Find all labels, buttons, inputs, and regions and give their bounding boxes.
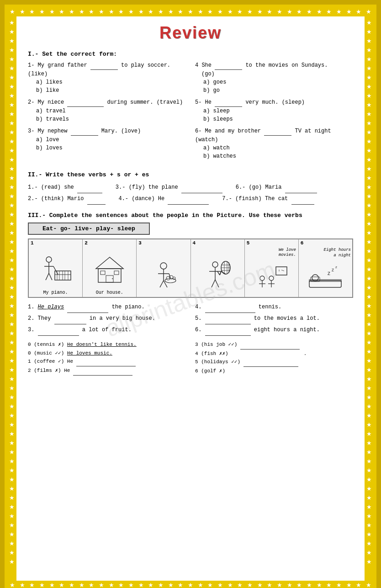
q5-num: 5-	[195, 99, 201, 106]
bottom-exercises: 0 (tennis ✗) He doesn't like tennis. 0 (…	[28, 340, 353, 376]
star: ★	[168, 582, 174, 588]
svg-line-22	[160, 281, 164, 287]
s3-num-5: 5.	[195, 315, 205, 322]
star: ★	[9, 192, 15, 201]
s2-r1-blank1	[77, 182, 102, 193]
svg-rect-16	[101, 271, 105, 275]
star: ★	[128, 582, 134, 588]
page-wrapper: ★★★★★★★★★★★★★★★★★★★★★★★★★★★★★★★★★★★★★ ★★…	[5, 5, 376, 588]
star: ★	[366, 247, 372, 256]
star: ★	[366, 448, 372, 457]
star: ★	[366, 466, 372, 475]
star: ★	[217, 582, 223, 588]
star: ★	[9, 347, 15, 356]
section1-grid: 1- My grand father to play soccer. (like…	[28, 61, 353, 164]
b-ans-0b: He loves music.	[67, 350, 112, 356]
s2-r2-item3: 7.- (finish) The cat	[222, 196, 314, 202]
star: ★	[9, 503, 15, 512]
bottom-item-1: 1 (coffee ✓) He	[28, 357, 186, 366]
star: ★	[9, 366, 15, 375]
star: ★	[366, 201, 372, 210]
star: ★	[9, 37, 15, 46]
star: ★	[336, 8, 342, 16]
q6-num: 6-	[195, 128, 201, 134]
bottom-item-4: 4 (fish ✗✗) .	[195, 350, 353, 358]
star: ★	[366, 73, 372, 82]
star: ★	[9, 384, 15, 393]
q4-text: She to the movies on Sundays.	[201, 62, 328, 69]
svg-text:z: z	[332, 267, 334, 272]
star: ★	[346, 582, 352, 588]
star: ★	[366, 91, 372, 101]
star: ★	[148, 8, 153, 16]
sentence-5: 5. to the movies a lot.	[195, 313, 353, 324]
star: ★	[366, 27, 372, 37]
star: ★	[9, 356, 15, 366]
star: ★	[307, 8, 312, 16]
star: ★	[366, 530, 372, 539]
pic-num-4: 4	[193, 240, 196, 246]
star: ★	[9, 73, 15, 82]
bottom-item-6: 6 (golf ✗)	[195, 367, 353, 376]
main-content: allprintables.com Review I.- Set the cor…	[16, 16, 365, 581]
star: ★	[29, 582, 35, 588]
svg-point-55	[312, 275, 318, 281]
pic-cell-6: 6 Eight hoursa night z	[299, 239, 352, 297]
svg-line-12	[53, 266, 58, 275]
star: ★	[9, 201, 15, 210]
star: ★	[366, 46, 372, 55]
star: ★	[9, 375, 15, 384]
svg-text:z: z	[328, 270, 330, 276]
star: ★	[49, 8, 55, 16]
star: ★	[317, 582, 322, 588]
star: ★	[9, 91, 15, 101]
star: ★	[178, 582, 183, 588]
star: ★	[198, 8, 203, 16]
pic-cell-2: 2 O	[83, 239, 137, 297]
bottom-left: 0 (tennis ✗) He doesn't like tennis. 0 (…	[28, 340, 186, 376]
star: ★	[317, 8, 322, 16]
s2-r1-item2: 3.- (fly) the plane	[116, 184, 222, 191]
star: ★	[366, 548, 372, 557]
s3-num-4: 4.	[195, 304, 205, 310]
star: ★	[366, 503, 372, 512]
star: ★	[366, 210, 372, 219]
s2-r2-blank2	[168, 193, 209, 205]
star: ★	[366, 393, 372, 402]
pic-icon-2	[91, 253, 128, 289]
star: ★	[267, 8, 272, 16]
section2-row1: 1.- (read) she 3.- (fly) the plane 6.- (…	[28, 182, 353, 193]
star: ★	[296, 8, 302, 16]
question-2: 2- My niece during summer. (travel) a) t…	[28, 98, 186, 123]
star: ★	[366, 8, 371, 16]
q3-text: My nephew Mary. (love)	[38, 128, 141, 134]
s3-after-4: tennis.	[259, 304, 281, 310]
star: ★	[366, 238, 372, 247]
b-num-2: 2 (films ✗) He	[28, 368, 73, 373]
q2-opt-a: a) travel	[36, 107, 186, 115]
svg-point-0	[46, 257, 52, 262]
star: ★	[366, 110, 372, 119]
star: ★	[118, 582, 124, 588]
star: ★	[366, 384, 372, 393]
star: ★	[366, 82, 372, 91]
star: ★	[9, 219, 15, 228]
section3-header: III.- Complete the sentences about the p…	[28, 212, 353, 219]
star: ★	[247, 8, 253, 16]
star: ★	[9, 493, 15, 503]
question-1: 1- My grand father to play soccer. (like…	[28, 61, 186, 95]
q4-blank	[215, 61, 242, 70]
star: ★	[326, 8, 332, 16]
star: ★	[10, 582, 15, 588]
star: ★	[9, 164, 15, 174]
star: ★	[9, 274, 15, 283]
star: ★	[9, 411, 15, 420]
star: ★	[257, 582, 263, 588]
sentence-6: 6. eight hours a night.	[195, 324, 353, 336]
s3-after-3: a lot of fruit.	[82, 327, 132, 333]
star: ★	[9, 247, 15, 256]
b-num-3: 3 (his job ✓✓)	[195, 342, 240, 347]
b-num-1: 1 (coffee ✓) He	[28, 359, 76, 364]
star: ★	[69, 8, 74, 16]
s3-blank-3	[38, 324, 79, 336]
